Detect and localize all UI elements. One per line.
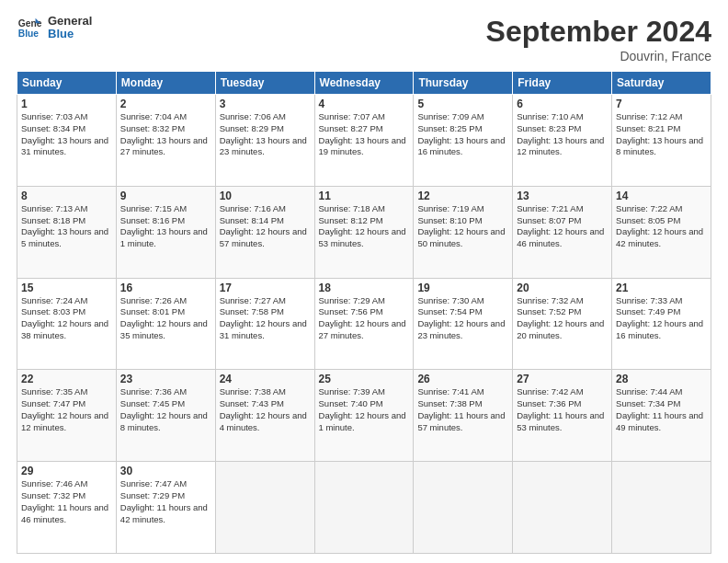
calendar-day-cell: 7Sunrise: 7:12 AMSunset: 8:21 PMDaylight… (612, 95, 711, 187)
day-number: 9 (120, 190, 211, 202)
calendar-day-cell: 19Sunrise: 7:30 AMSunset: 7:54 PMDayligh… (414, 278, 513, 370)
calendar-day-cell (215, 462, 314, 554)
calendar-day-cell: 20Sunrise: 7:32 AMSunset: 7:52 PMDayligh… (513, 278, 612, 370)
calendar-day-cell: 25Sunrise: 7:39 AMSunset: 7:40 PMDayligh… (314, 370, 414, 462)
calendar-day-cell (513, 462, 612, 554)
calendar-day-cell (414, 462, 513, 554)
day-number: 20 (517, 282, 608, 294)
calendar-week-row: 1Sunrise: 7:03 AMSunset: 8:34 PMDaylight… (17, 95, 711, 187)
day-number: 5 (417, 98, 508, 110)
day-number: 21 (616, 282, 707, 294)
day-number: 10 (220, 190, 311, 202)
calendar-day-cell: 29Sunrise: 7:46 AMSunset: 7:32 PMDayligh… (17, 462, 117, 554)
svg-text:Blue: Blue (18, 29, 40, 40)
day-number: 29 (21, 465, 112, 477)
weekday-header: Sunday (17, 72, 117, 95)
day-number: 18 (319, 282, 410, 294)
svg-text:General: General (18, 18, 42, 29)
calendar-day-cell: 5Sunrise: 7:09 AMSunset: 8:25 PMDaylight… (414, 95, 513, 187)
day-info: Sunrise: 7:12 AMSunset: 8:21 PMDaylight:… (616, 111, 707, 158)
calendar-day-cell: 23Sunrise: 7:36 AMSunset: 7:45 PMDayligh… (116, 370, 215, 462)
day-number: 3 (220, 98, 311, 110)
calendar-day-cell: 16Sunrise: 7:26 AMSunset: 8:01 PMDayligh… (116, 278, 215, 370)
calendar-week-row: 8Sunrise: 7:13 AMSunset: 8:18 PMDaylight… (17, 186, 711, 278)
calendar-day-cell: 28Sunrise: 7:44 AMSunset: 7:34 PMDayligh… (612, 370, 711, 462)
day-info: Sunrise: 7:06 AMSunset: 8:29 PMDaylight:… (220, 111, 311, 158)
day-number: 25 (319, 373, 410, 385)
day-number: 27 (517, 373, 608, 385)
day-info: Sunrise: 7:29 AMSunset: 7:56 PMDaylight:… (319, 295, 410, 342)
day-info: Sunrise: 7:04 AMSunset: 8:32 PMDaylight:… (120, 111, 211, 158)
weekday-header: Friday (513, 72, 612, 95)
day-number: 19 (417, 282, 508, 294)
calendar-day-cell: 6Sunrise: 7:10 AMSunset: 8:23 PMDaylight… (513, 95, 612, 187)
day-info: Sunrise: 7:22 AMSunset: 8:05 PMDaylight:… (616, 203, 707, 250)
location: Douvrin, France (486, 49, 711, 63)
day-number: 4 (319, 98, 410, 110)
day-info: Sunrise: 7:35 AMSunset: 7:47 PMDaylight:… (21, 386, 112, 433)
day-number: 15 (21, 282, 112, 294)
day-info: Sunrise: 7:30 AMSunset: 7:54 PMDaylight:… (417, 295, 508, 342)
day-number: 23 (120, 373, 211, 385)
calendar-day-cell: 8Sunrise: 7:13 AMSunset: 8:18 PMDaylight… (17, 186, 117, 278)
logo-line2: Blue (48, 28, 92, 40)
header: General Blue General Blue September 2024… (17, 15, 711, 63)
calendar-day-cell: 1Sunrise: 7:03 AMSunset: 8:34 PMDaylight… (17, 95, 117, 187)
day-info: Sunrise: 7:32 AMSunset: 7:52 PMDaylight:… (517, 295, 608, 342)
day-number: 6 (517, 98, 608, 110)
calendar-day-cell: 13Sunrise: 7:21 AMSunset: 8:07 PMDayligh… (513, 186, 612, 278)
logo: General Blue General Blue (17, 15, 92, 41)
weekday-header: Wednesday (314, 72, 414, 95)
page: General Blue General Blue September 2024… (0, 0, 728, 563)
day-info: Sunrise: 7:13 AMSunset: 8:18 PMDaylight:… (21, 203, 112, 250)
weekday-header: Saturday (612, 72, 711, 95)
day-info: Sunrise: 7:36 AMSunset: 7:45 PMDaylight:… (120, 386, 211, 433)
weekday-header: Tuesday (215, 72, 314, 95)
day-info: Sunrise: 7:41 AMSunset: 7:38 PMDaylight:… (417, 386, 508, 433)
day-info: Sunrise: 7:26 AMSunset: 8:01 PMDaylight:… (120, 295, 211, 342)
day-info: Sunrise: 7:33 AMSunset: 7:49 PMDaylight:… (616, 295, 707, 342)
day-info: Sunrise: 7:15 AMSunset: 8:16 PMDaylight:… (120, 203, 211, 250)
day-number: 17 (220, 282, 311, 294)
day-number: 11 (319, 190, 410, 202)
day-info: Sunrise: 7:10 AMSunset: 8:23 PMDaylight:… (517, 111, 608, 158)
calendar-day-cell: 21Sunrise: 7:33 AMSunset: 7:49 PMDayligh… (612, 278, 711, 370)
day-info: Sunrise: 7:18 AMSunset: 8:12 PMDaylight:… (319, 203, 410, 250)
day-info: Sunrise: 7:03 AMSunset: 8:34 PMDaylight:… (21, 111, 112, 158)
calendar-day-cell: 27Sunrise: 7:42 AMSunset: 7:36 PMDayligh… (513, 370, 612, 462)
calendar-day-cell: 3Sunrise: 7:06 AMSunset: 8:29 PMDaylight… (215, 95, 314, 187)
calendar-day-cell: 2Sunrise: 7:04 AMSunset: 8:32 PMDaylight… (116, 95, 215, 187)
day-number: 28 (616, 373, 707, 385)
calendar-day-cell: 9Sunrise: 7:15 AMSunset: 8:16 PMDaylight… (116, 186, 215, 278)
calendar-day-cell (314, 462, 414, 554)
day-number: 26 (417, 373, 508, 385)
day-info: Sunrise: 7:44 AMSunset: 7:34 PMDaylight:… (616, 386, 707, 433)
day-info: Sunrise: 7:21 AMSunset: 8:07 PMDaylight:… (517, 203, 608, 250)
day-info: Sunrise: 7:16 AMSunset: 8:14 PMDaylight:… (220, 203, 311, 250)
calendar-day-cell: 10Sunrise: 7:16 AMSunset: 8:14 PMDayligh… (215, 186, 314, 278)
day-number: 14 (616, 190, 707, 202)
day-number: 13 (517, 190, 608, 202)
logo-icon: General Blue (17, 15, 42, 40)
logo-line1: General (48, 15, 92, 28)
calendar-header-row: SundayMondayTuesdayWednesdayThursdayFrid… (17, 72, 711, 95)
calendar-week-row: 29Sunrise: 7:46 AMSunset: 7:32 PMDayligh… (17, 462, 711, 554)
calendar-day-cell: 22Sunrise: 7:35 AMSunset: 7:47 PMDayligh… (17, 370, 117, 462)
calendar-day-cell: 30Sunrise: 7:47 AMSunset: 7:29 PMDayligh… (116, 462, 215, 554)
day-info: Sunrise: 7:39 AMSunset: 7:40 PMDaylight:… (319, 386, 410, 433)
day-number: 30 (120, 465, 211, 477)
calendar-day-cell: 18Sunrise: 7:29 AMSunset: 7:56 PMDayligh… (314, 278, 414, 370)
title-block: September 2024 Douvrin, France (486, 15, 711, 63)
day-info: Sunrise: 7:42 AMSunset: 7:36 PMDaylight:… (517, 386, 608, 433)
day-number: 12 (417, 190, 508, 202)
calendar-day-cell: 12Sunrise: 7:19 AMSunset: 8:10 PMDayligh… (414, 186, 513, 278)
calendar-day-cell: 14Sunrise: 7:22 AMSunset: 8:05 PMDayligh… (612, 186, 711, 278)
calendar-day-cell (612, 462, 711, 554)
day-number: 16 (120, 282, 211, 294)
day-info: Sunrise: 7:38 AMSunset: 7:43 PMDaylight:… (220, 386, 311, 433)
calendar-week-row: 15Sunrise: 7:24 AMSunset: 8:03 PMDayligh… (17, 278, 711, 370)
calendar-day-cell: 26Sunrise: 7:41 AMSunset: 7:38 PMDayligh… (414, 370, 513, 462)
day-info: Sunrise: 7:07 AMSunset: 8:27 PMDaylight:… (319, 111, 410, 158)
calendar-day-cell: 17Sunrise: 7:27 AMSunset: 7:58 PMDayligh… (215, 278, 314, 370)
day-info: Sunrise: 7:27 AMSunset: 7:58 PMDaylight:… (220, 295, 311, 342)
